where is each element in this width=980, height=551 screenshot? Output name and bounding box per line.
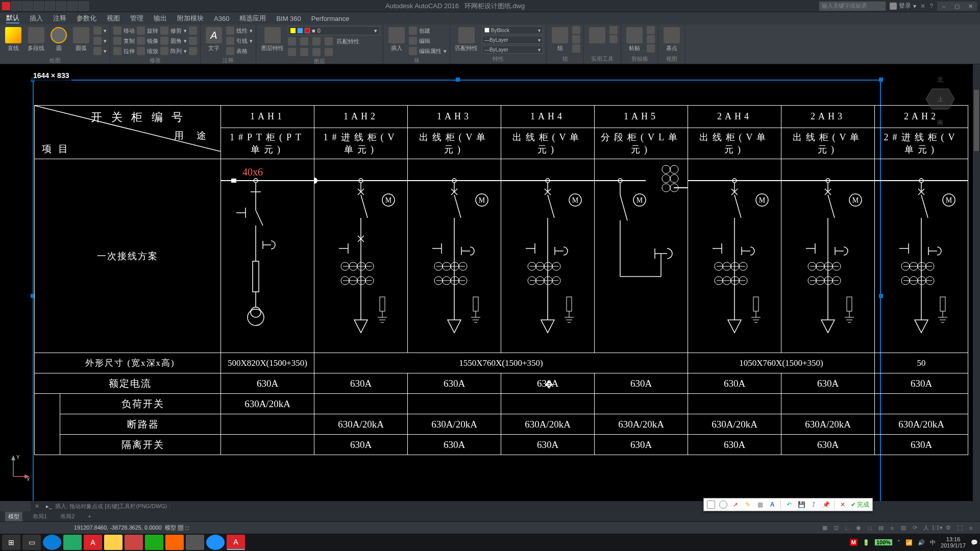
clip-3[interactable] (647, 44, 655, 53)
cmd-match-layer[interactable]: 匹配特性 (337, 38, 359, 45)
signin-button[interactable]: 登录 ▾ (890, 2, 916, 10)
tray-zoom[interactable]: 100% (875, 539, 892, 545)
qat-save-icon[interactable] (34, 2, 44, 11)
draw-misc-1[interactable]: ▾ (93, 26, 107, 35)
scroll-thumb[interactable] (974, 90, 979, 151)
minimize-button[interactable]: – (937, 2, 950, 11)
util-1[interactable] (609, 26, 618, 34)
taskbar-explorer[interactable] (104, 535, 122, 550)
cmd-line[interactable]: 直线 (3, 26, 23, 53)
color-dropdown[interactable]: ByBlock▾ (482, 26, 543, 34)
tray-chevron-icon[interactable]: ˄ (897, 539, 900, 546)
snip-text-icon[interactable]: A (768, 500, 776, 509)
vertical-scrollbar[interactable] (973, 64, 980, 501)
cmd-layer-props[interactable]: 图层特性 (259, 26, 286, 53)
cmd-paste[interactable]: 粘贴 (624, 26, 645, 53)
qat-redo-icon[interactable] (56, 2, 66, 11)
draw-misc-2[interactable]: ▾ (93, 36, 107, 45)
cmd-arc[interactable]: 圆弧 (71, 26, 91, 53)
layer-tool-6-icon[interactable] (300, 48, 308, 56)
cmd-copy[interactable]: 复制 (113, 36, 135, 45)
snip-undo-icon[interactable]: ↶ (785, 500, 793, 509)
layer-tool-1-icon[interactable] (288, 37, 296, 45)
util-2[interactable] (609, 35, 618, 43)
snip-save-icon[interactable]: 💾 (797, 500, 805, 509)
cmd-move[interactable]: 移动 (113, 26, 135, 35)
snip-rect-icon[interactable] (707, 500, 715, 509)
qat-new-icon[interactable] (11, 2, 21, 11)
modify-misc-3[interactable] (189, 46, 197, 56)
cmd-text[interactable]: A文字 (204, 26, 224, 53)
help-icon[interactable]: ? (929, 3, 933, 10)
tab-a360[interactable]: A360 (214, 15, 229, 22)
snip-oval-icon[interactable] (719, 500, 727, 509)
layer-tool-5-icon[interactable] (288, 48, 296, 56)
layer-current-dropdown[interactable]: ■ 0▾ (288, 26, 380, 35)
qat-open-icon[interactable] (22, 2, 33, 11)
status-oscale-icon[interactable]: ▤ (876, 523, 886, 533)
tab-parametric[interactable]: 参数化 (77, 14, 96, 23)
status-anno-icon[interactable]: 人 (921, 523, 931, 533)
tab-addins[interactable]: 附加模块 (177, 14, 204, 23)
tray-ime[interactable]: 中 (930, 539, 936, 546)
taskbar-app-5[interactable] (125, 535, 143, 550)
layout-tab-1[interactable]: 布局1 (30, 512, 50, 521)
cmd-match-props[interactable]: 匹配特性 (453, 26, 480, 53)
layer-tool-8-icon[interactable] (325, 48, 333, 56)
modify-misc-1[interactable] (189, 26, 197, 35)
taskbar-wechat[interactable] (145, 535, 163, 550)
tray-volume-icon[interactable]: 🔊 (918, 539, 925, 546)
cmd-scale[interactable]: 缩放 (137, 46, 158, 56)
group-misc-1[interactable] (572, 26, 580, 34)
taskbar-app-9[interactable] (206, 535, 225, 550)
tab-performance[interactable]: Performance (311, 15, 349, 22)
cmd-rotate[interactable]: 旋转 (137, 26, 158, 35)
tray-notifications-icon[interactable]: 💬 (971, 539, 978, 546)
cmd-array[interactable]: 阵列 ▾ (160, 46, 187, 56)
layout-tab-2[interactable]: 布局2 (57, 512, 78, 521)
snip-done-button[interactable]: ✔ 完成 (851, 500, 869, 509)
cmd-insert-block[interactable]: 插入 (386, 26, 407, 53)
layout-tab-add[interactable]: + (85, 512, 94, 520)
status-lw-icon[interactable]: ≡ (887, 523, 897, 533)
snip-brush-icon[interactable]: ✎ (744, 500, 752, 509)
cmd-linear[interactable]: 线性 ▾ (226, 26, 253, 35)
status-transparency-icon[interactable]: ▨ (898, 523, 909, 533)
clip-1[interactable] (647, 26, 655, 34)
cmd-group[interactable]: 组 (550, 26, 570, 53)
taskbar-autocad[interactable]: A (227, 535, 245, 550)
qat-undo-icon[interactable] (45, 2, 55, 11)
snip-cancel-icon[interactable]: ✕ (839, 500, 847, 509)
cmd-close-icon[interactable]: ✕ (35, 503, 43, 510)
help-search-input[interactable]: 输入关键字或短语 (819, 2, 886, 11)
modify-misc-2[interactable] (189, 36, 197, 45)
tab-output[interactable]: 输出 (154, 14, 167, 23)
layer-tool-2-icon[interactable] (300, 37, 308, 45)
cmd-trim[interactable]: 修剪 ▾ (160, 26, 187, 35)
cmd-mirror[interactable]: 镜像 (137, 36, 158, 45)
tab-view[interactable]: 视图 (107, 14, 120, 23)
status-polar-icon[interactable]: ◉ (853, 523, 864, 533)
tab-annotate[interactable]: 注释 (53, 14, 66, 23)
layer-tool-7-icon[interactable] (312, 48, 321, 56)
tab-manage[interactable]: 管理 (130, 14, 143, 23)
status-ortho-icon[interactable]: ∟ (842, 523, 852, 533)
tray-network-icon[interactable]: 📶 (905, 539, 913, 546)
taskbar-app-1[interactable] (43, 535, 61, 550)
status-grid-icon[interactable]: ▦ (820, 523, 830, 533)
cmd-edit-attr[interactable]: 编辑属性 ▾ (409, 46, 447, 56)
cmd-fillet[interactable]: 圆角 ▾ (160, 36, 187, 45)
tab-bim360[interactable]: BIM 360 (276, 15, 301, 22)
status-snap-icon[interactable]: ⊡ (831, 523, 841, 533)
cmd-stretch[interactable]: 拉伸 (113, 46, 135, 56)
status-cycling-icon[interactable]: ⟳ (910, 523, 920, 533)
close-button[interactable]: ✕ (964, 2, 977, 11)
taskbar-app-3[interactable]: A (84, 535, 102, 550)
cmd-measure[interactable] (587, 26, 607, 44)
status-gear-icon[interactable]: ⚙ (943, 523, 953, 533)
layout-tab-model[interactable]: 模型 (5, 512, 22, 521)
cmd-edit-block[interactable]: 编辑 (409, 36, 447, 45)
drawing-canvas[interactable]: 项 目 用 途 开 关 柜 编 号 1AH1 1AH2 1AH3 1AH4 1A… (0, 64, 980, 501)
cmd-table[interactable]: 表格 (226, 46, 253, 56)
cmd-leader[interactable]: 引线 ▾ (226, 36, 253, 45)
